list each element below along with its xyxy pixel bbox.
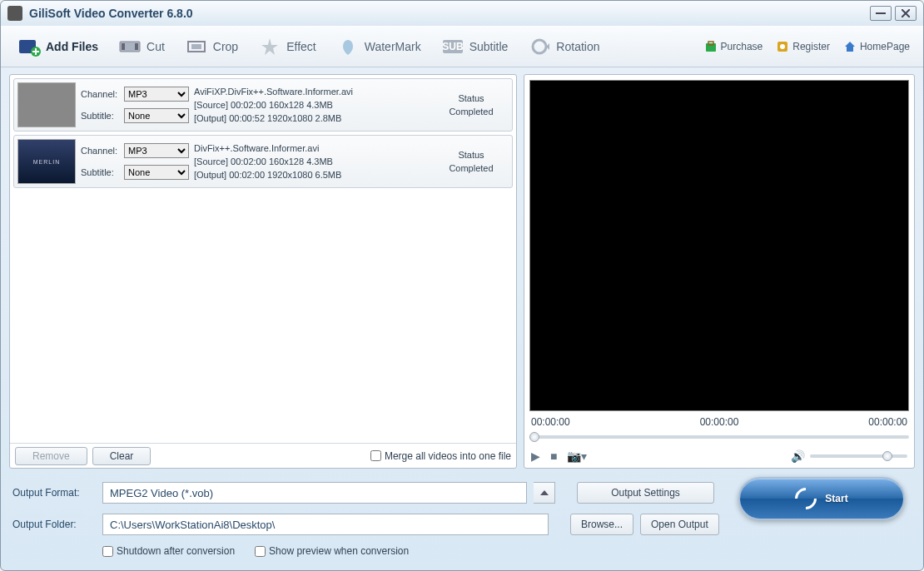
- register-button[interactable]: Register: [771, 37, 835, 57]
- crop-label: Crop: [213, 40, 238, 53]
- svg-point-14: [780, 44, 785, 49]
- remove-button[interactable]: Remove: [15, 447, 87, 465]
- cut-label: Cut: [147, 40, 165, 53]
- watermark-label: WaterMark: [365, 40, 421, 53]
- subtitle-label: Subtitle:: [81, 111, 121, 121]
- output-info: [Output] 00:02:00 1920x1080 6.5MB: [194, 170, 429, 180]
- clear-button[interactable]: Clear: [92, 447, 152, 465]
- channel-select[interactable]: MP3: [124, 143, 189, 158]
- register-icon: [776, 40, 789, 53]
- status-value: Completed: [434, 107, 509, 117]
- file-item[interactable]: Channel: MP3 Subtitle: None DivFix++.Sof…: [13, 135, 513, 188]
- thumbnail: [17, 139, 76, 184]
- time-current: 00:00:00: [700, 416, 739, 428]
- start-button[interactable]: Start: [738, 477, 905, 520]
- svg-rect-4: [122, 43, 125, 50]
- preview-label: Show preview when conversion: [269, 545, 409, 557]
- crop-icon: [185, 37, 208, 57]
- purchase-button[interactable]: Purchase: [699, 37, 768, 57]
- status-header: Status: [434, 93, 509, 103]
- output-format-field[interactable]: MPEG2 Video (*.vob): [102, 482, 527, 504]
- output-folder-label: Output Folder:: [12, 519, 96, 530]
- time-start: 00:00:00: [531, 416, 570, 428]
- cut-icon: [118, 37, 142, 57]
- file-name: DivFix++.Software.Informer.avi: [194, 143, 429, 153]
- svg-text:SUB: SUB: [442, 41, 464, 52]
- volume-slider[interactable]: [810, 454, 907, 458]
- shutdown-checkbox-input[interactable]: [102, 546, 113, 557]
- output-info: [Output] 00:00:52 1920x1080 2.8MB: [194, 113, 429, 123]
- title-bar: GiliSoft Video Converter 6.8.0: [1, 1, 923, 26]
- thumbnail: [17, 82, 76, 127]
- effect-button[interactable]: Effect: [250, 32, 325, 62]
- merge-checkbox[interactable]: Merge all videos into one file: [370, 450, 511, 462]
- browse-button[interactable]: Browse...: [570, 514, 633, 535]
- preview-panel: 00:00:00 00:00:00 00:00:00 ▶ ■ 📷▾ 🔊: [524, 74, 915, 469]
- subtitle-label: Subtitle: [469, 40, 509, 53]
- volume-icon[interactable]: 🔊: [791, 449, 805, 463]
- cut-button[interactable]: Cut: [110, 32, 173, 62]
- source-info: [Source] 00:02:00 160x128 4.3MB: [194, 156, 429, 166]
- svg-rect-0: [876, 12, 886, 14]
- output-folder-field[interactable]: C:\Users\WorkStationAi8\Desktop\: [102, 514, 549, 535]
- video-preview: [529, 80, 909, 411]
- subtitle-icon: SUB: [441, 37, 464, 57]
- add-files-icon: [17, 37, 41, 57]
- minimize-button[interactable]: [870, 6, 892, 21]
- channel-label: Channel:: [81, 146, 121, 156]
- svg-rect-7: [191, 44, 201, 49]
- channel-label: Channel:: [81, 89, 121, 99]
- homepage-label: HomePage: [860, 41, 910, 52]
- stop-icon[interactable]: ■: [550, 449, 557, 463]
- rotation-button[interactable]: Rotation: [519, 32, 608, 62]
- subtitle-select[interactable]: None: [124, 165, 189, 180]
- register-label: Register: [792, 41, 830, 52]
- start-label: Start: [825, 493, 847, 504]
- output-format-dropdown[interactable]: [534, 482, 555, 504]
- homepage-button[interactable]: HomePage: [838, 37, 915, 57]
- seek-slider[interactable]: [529, 431, 909, 443]
- subtitle-button[interactable]: SUB Subtitle: [433, 32, 517, 62]
- output-settings-button[interactable]: Output Settings: [577, 482, 714, 504]
- window-title: GiliSoft Video Converter 6.8.0: [29, 7, 870, 20]
- status-header: Status: [434, 150, 509, 160]
- file-list-panel: Channel: MP3 Subtitle: None AviFiXP.DivF…: [9, 74, 517, 469]
- effect-icon: [258, 37, 281, 57]
- add-files-button[interactable]: Add Files: [9, 32, 107, 62]
- home-icon: [843, 40, 857, 53]
- play-icon[interactable]: ▶: [531, 449, 540, 463]
- purchase-label: Purchase: [721, 41, 763, 52]
- watermark-button[interactable]: WaterMark: [328, 32, 430, 62]
- file-item[interactable]: Channel: MP3 Subtitle: None AviFiXP.DivF…: [13, 78, 513, 132]
- merge-checkbox-input[interactable]: [370, 450, 381, 461]
- effect-label: Effect: [286, 40, 316, 53]
- shutdown-checkbox[interactable]: Shutdown after conversion: [102, 545, 235, 557]
- channel-select[interactable]: MP3: [124, 87, 189, 102]
- main-toolbar: Add Files Cut Crop Effect WaterMark SUB …: [1, 26, 923, 67]
- open-output-button[interactable]: Open Output: [640, 514, 719, 535]
- subtitle-select[interactable]: None: [124, 108, 189, 123]
- preview-checkbox[interactable]: Show preview when conversion: [255, 545, 409, 557]
- snapshot-icon[interactable]: 📷▾: [567, 449, 587, 463]
- purchase-icon: [704, 40, 718, 53]
- file-list-footer: Remove Clear Merge all videos into one f…: [10, 443, 516, 468]
- svg-rect-5: [135, 43, 138, 50]
- crop-button[interactable]: Crop: [176, 32, 246, 62]
- status-value: Completed: [434, 163, 509, 173]
- preview-checkbox-input[interactable]: [255, 546, 266, 557]
- app-icon: [7, 6, 22, 21]
- source-info: [Source] 00:02:00 160x128 4.3MB: [194, 100, 429, 110]
- subtitle-label: Subtitle:: [81, 167, 121, 177]
- shutdown-label: Shutdown after conversion: [117, 545, 235, 557]
- svg-point-10: [533, 40, 546, 53]
- rotation-label: Rotation: [556, 40, 599, 53]
- file-list: Channel: MP3 Subtitle: None AviFiXP.DivF…: [10, 75, 516, 443]
- file-name: AviFiXP.DivFix++.Software.Informer.avi: [194, 87, 429, 97]
- add-files-label: Add Files: [46, 40, 98, 53]
- rotation-icon: [528, 37, 551, 57]
- close-button[interactable]: [895, 6, 917, 21]
- watermark-icon: [336, 37, 360, 57]
- time-end: 00:00:00: [868, 416, 907, 428]
- output-format-label: Output Format:: [12, 487, 96, 499]
- merge-label: Merge all videos into one file: [385, 450, 511, 462]
